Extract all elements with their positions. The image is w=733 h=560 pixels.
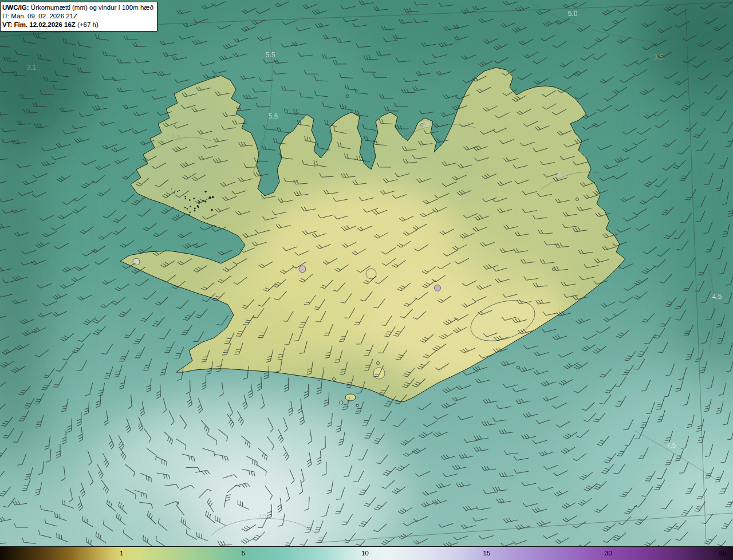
- colorbar-tick-15: 15: [483, 547, 491, 560]
- colorbar-tick-5: 5: [242, 547, 245, 560]
- stipple-texture: [0, 0, 733, 547]
- iceland-weather-map: 3.15.55.03.55.62.85.55.44.57.510: [0, 0, 733, 547]
- valid-time: VT: Fim. 12.02.2026 16Z: [2, 21, 76, 28]
- colorbar-tick-50: 50: [719, 547, 727, 560]
- colorbar-ticks: 1510153050: [0, 547, 733, 560]
- weather-forecast-page: 3.15.55.03.55.62.85.55.44.57.510 UWC/IG:…: [0, 0, 733, 560]
- model-title-text: Úrkomumætti (mm) og vindur í 100m hæð: [29, 4, 153, 11]
- forecast-title-box: UWC/IG: Úrkomumætti (mm) og vindur í 100…: [0, 2, 157, 31]
- colorbar-tick-30: 30: [605, 547, 612, 560]
- colorbar-tick-1: 1: [120, 547, 123, 560]
- model-title-line: UWC/IG: Úrkomumætti (mm) og vindur í 100…: [2, 3, 153, 12]
- lead-time: (+67 h): [76, 21, 98, 28]
- init-time-line: IT: Mán. 09. 02. 2026 21Z: [2, 12, 153, 21]
- colorbar-tick-10: 10: [361, 547, 369, 560]
- model-name: UWC/IG:: [2, 4, 29, 11]
- map-area: 3.15.55.03.55.62.85.55.44.57.510 UWC/IG:…: [0, 0, 733, 547]
- valid-time-line: VT: Fim. 12.02.2026 16Z (+67 h): [2, 21, 153, 29]
- precipitation-colorbar: 1510153050: [0, 546, 733, 560]
